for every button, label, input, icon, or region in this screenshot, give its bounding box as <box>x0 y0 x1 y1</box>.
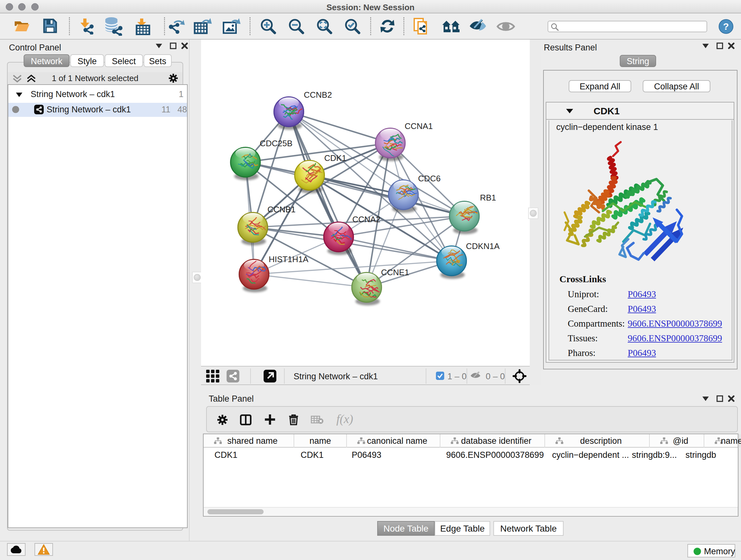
svg-text:HIST1H1A: HIST1H1A <box>269 254 309 264</box>
svg-text:CCNE1: CCNE1 <box>381 267 409 277</box>
svg-text:RB1: RB1 <box>480 193 496 202</box>
svg-text:CDC6: CDC6 <box>418 174 441 183</box>
svg-text:CCNA2: CCNA2 <box>352 214 381 224</box>
svg-text:CDKN1A: CDKN1A <box>466 241 500 251</box>
svg-text:CDC25B: CDC25B <box>260 138 293 148</box>
svg-text:?: ? <box>723 21 729 32</box>
svg-text:CDK1: CDK1 <box>324 153 346 163</box>
svg-text:CCNB1: CCNB1 <box>267 205 295 214</box>
svg-text:CCNA1: CCNA1 <box>405 121 433 131</box>
svg-text:CCNB2: CCNB2 <box>304 90 332 100</box>
